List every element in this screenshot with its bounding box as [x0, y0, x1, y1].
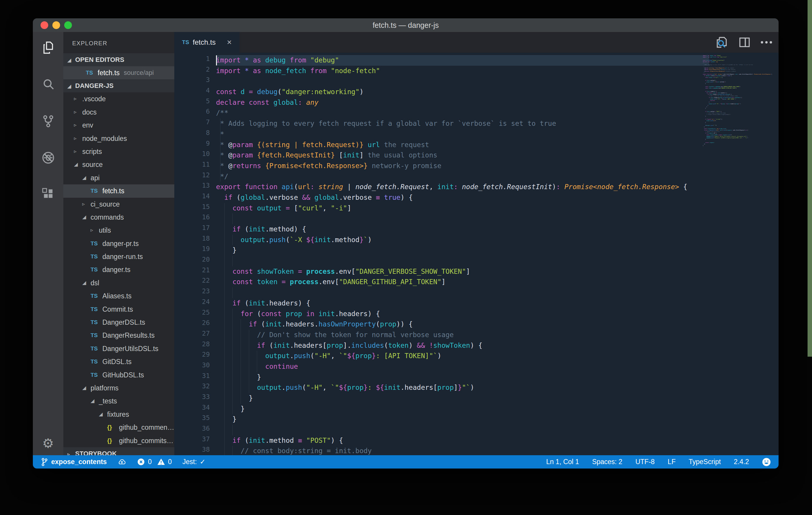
- code-line-29[interactable]: output.push("-H", `"${prop}: [API TOKEN]…: [216, 351, 779, 362]
- search-icon[interactable]: [41, 77, 56, 92]
- tree-item--tests[interactable]: ◢_tests: [63, 395, 174, 407]
- code-line-26[interactable]: if (init.headers.hasOwnProperty(prop)) {: [216, 319, 779, 330]
- tree-item-platforms[interactable]: ◢platforms: [63, 381, 174, 395]
- tree-item-scripts[interactable]: ▹scripts: [63, 145, 174, 158]
- tree-item-githubdsl-ts[interactable]: TSGitHubDSL.ts: [63, 369, 174, 381]
- code-line-35[interactable]: }: [216, 414, 779, 425]
- close-window-button[interactable]: [40, 21, 48, 29]
- code-line-9[interactable]: * @param {(string | fetch.Request)} url …: [216, 140, 779, 150]
- code-line-11[interactable]: * @returns {Promise<fetch.Response>} net…: [216, 161, 779, 171]
- tree-item-dangerresults-ts[interactable]: TSDangerResults.ts: [63, 329, 174, 342]
- git-branch-item[interactable]: expose_contents: [40, 458, 107, 466]
- code-line-28[interactable]: if (init.headers[prop].includes(token) &…: [216, 340, 779, 351]
- close-tab-icon[interactable]: ×: [227, 38, 232, 47]
- minimap[interactable]: import * as debug from "debug"import * a…: [703, 53, 772, 455]
- tree-item-source[interactable]: ◢source: [63, 158, 174, 171]
- tree-item-github-commen-[interactable]: {}github_commen…: [63, 421, 174, 434]
- code-line-14[interactable]: if (global.verbose && global.verbose ≡ t…: [216, 192, 779, 203]
- code-line-6[interactable]: /**: [216, 108, 779, 118]
- code-editor[interactable]: 1234567891011121314151617181920212223242…: [174, 53, 779, 455]
- open-editors-header[interactable]: ◢OPEN EDITORS: [63, 53, 174, 66]
- smiley-icon[interactable]: [762, 458, 771, 466]
- code-line-10[interactable]: * @param {fetch.RequestInit} [init] the …: [216, 150, 779, 161]
- code-line-27[interactable]: // Don't show the token for normal verbo…: [216, 330, 779, 340]
- tree-item-github-commits-[interactable]: {}github_commits…: [63, 434, 174, 447]
- project-section-header[interactable]: ◢DANGER-JS: [63, 79, 174, 92]
- ts-version-item[interactable]: 2.4.2: [734, 458, 749, 466]
- tree-item-gitdsl-ts[interactable]: TSGitDSL.ts: [63, 355, 174, 368]
- code-line-18[interactable]: output.push(`-X ${init.method}`): [216, 235, 779, 246]
- tree-item-fixtures[interactable]: ◢fixtures: [63, 408, 174, 421]
- code-line-20[interactable]: [216, 256, 779, 266]
- explorer-icon[interactable]: [41, 40, 56, 55]
- debug-icon[interactable]: [41, 150, 56, 165]
- title-bar[interactable]: fetch.ts — danger-js: [33, 18, 779, 32]
- indentation-item[interactable]: Spaces: 2: [592, 458, 622, 466]
- line-number-gutter[interactable]: 1234567891011121314151617181920212223242…: [174, 55, 210, 455]
- code-line-22[interactable]: const token = process.env["DANGER_GITHUB…: [216, 277, 779, 287]
- tree-item-danger-pr-ts[interactable]: TSdanger-pr.ts: [63, 237, 174, 250]
- tree-item-utils[interactable]: ▹utils: [63, 224, 174, 237]
- code-line-33[interactable]: }: [216, 393, 779, 404]
- tree-item-dangerdsl-ts[interactable]: TSDangerDSL.ts: [63, 316, 174, 329]
- jest-status-item[interactable]: Jest: ✓: [182, 458, 206, 466]
- code-content[interactable]: import * as debug from "debug"import * a…: [216, 55, 779, 455]
- encoding-item[interactable]: UTF-8: [635, 458, 655, 466]
- zoom-window-button[interactable]: [64, 21, 72, 29]
- code-line-12[interactable]: */: [216, 171, 779, 182]
- cursor-position-item[interactable]: Ln 1, Col 1: [546, 458, 579, 466]
- language-mode-item[interactable]: TypeScript: [689, 458, 721, 466]
- gear-icon[interactable]: ⚙: [33, 437, 63, 450]
- code-line-4[interactable]: const d = debug("danger:networking"): [216, 87, 779, 97]
- minimize-window-button[interactable]: [52, 21, 60, 29]
- problems-item[interactable]: 0 0: [137, 458, 172, 466]
- open-editor-item[interactable]: TSfetch.tssource/api: [63, 66, 174, 79]
- code-line-3[interactable]: [216, 76, 779, 87]
- code-line-37[interactable]: if (init.method ≡ "POST") {: [216, 435, 779, 446]
- code-line-8[interactable]: *: [216, 129, 779, 140]
- tree-item-env[interactable]: ▹env: [63, 119, 174, 132]
- code-line-23[interactable]: [216, 287, 779, 298]
- indent-guide: [224, 266, 225, 277]
- tree-item-commit-ts[interactable]: TSCommit.ts: [63, 303, 174, 316]
- code-line-13[interactable]: export function api(url: string | node_f…: [216, 182, 779, 192]
- code-line-30[interactable]: continue: [216, 362, 779, 372]
- tree-item-danger-ts[interactable]: TSdanger.ts: [63, 263, 174, 276]
- split-editor-icon[interactable]: [738, 36, 751, 49]
- code-line-2[interactable]: import * as node_fetch from "node-fetch": [216, 66, 779, 76]
- tree-item-aliases-ts[interactable]: TSAliases.ts: [63, 289, 174, 303]
- code-line-36[interactable]: [216, 425, 779, 435]
- code-line-16[interactable]: [216, 213, 779, 224]
- more-actions-icon[interactable]: [761, 41, 772, 44]
- code-line-25[interactable]: for (const prop in init.headers) {: [216, 309, 779, 319]
- code-line-19[interactable]: }: [216, 245, 779, 256]
- eol-item[interactable]: LF: [668, 458, 675, 466]
- tree-item-node-modules[interactable]: ▹node_modules: [63, 132, 174, 145]
- code-line-31[interactable]: }: [216, 372, 779, 383]
- code-line-7[interactable]: * Adds logging to every fetch request if…: [216, 118, 779, 129]
- tree-item-docs[interactable]: ▹docs: [63, 106, 174, 119]
- code-line-15[interactable]: const output = ["curl", "-i"]: [216, 203, 779, 214]
- code-line-17[interactable]: if (init.method) {: [216, 224, 779, 235]
- code-line-24[interactable]: if (init.headers) {: [216, 298, 779, 309]
- tab-fetch-ts[interactable]: TS fetch.ts ×: [174, 32, 239, 53]
- sync-item[interactable]: [117, 458, 126, 466]
- code-line-38[interactable]: // const body:string = init.body: [216, 446, 779, 455]
- code-line-32[interactable]: output.push("-H", `"${prop}: ${init.head…: [216, 382, 779, 393]
- tree-item-dsl[interactable]: ◢dsl: [63, 277, 174, 289]
- open-preview-icon[interactable]: [715, 36, 728, 49]
- tree-item-dangerutilsdsl-ts[interactable]: TSDangerUtilsDSL.ts: [63, 342, 174, 355]
- storybook-section-header[interactable]: ▹STORYBOOK: [63, 447, 174, 455]
- tree-item--vscode[interactable]: ▹.vscode: [63, 92, 174, 105]
- tree-item-ci-source[interactable]: ▹ci_source: [63, 198, 174, 211]
- code-line-1[interactable]: import * as debug from "debug": [216, 55, 779, 66]
- code-line-5[interactable]: declare const global: any: [216, 97, 779, 108]
- extensions-icon[interactable]: [41, 187, 56, 202]
- tree-item-api[interactable]: ◢api: [63, 171, 174, 184]
- tree-item-danger-run-ts[interactable]: TSdanger-run.ts: [63, 250, 174, 263]
- code-line-34[interactable]: }: [216, 404, 779, 414]
- tree-item-commands[interactable]: ◢commands: [63, 211, 174, 224]
- source-control-icon[interactable]: [41, 114, 56, 128]
- tree-item-fetch-ts[interactable]: TSfetch.ts: [63, 184, 174, 197]
- code-line-21[interactable]: const showToken = process.env["DANGER_VE…: [216, 266, 779, 277]
